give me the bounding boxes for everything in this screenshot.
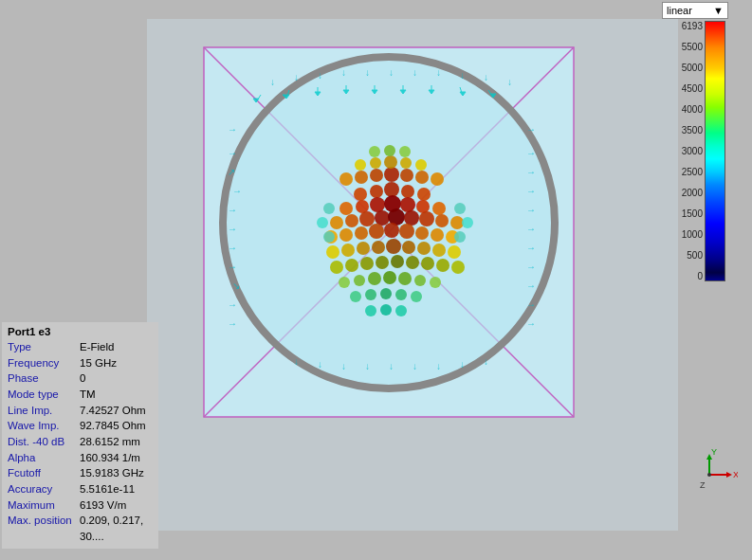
svg-point-77 <box>398 272 412 285</box>
svg-text:→: → <box>526 205 536 215</box>
svg-point-47 <box>339 228 353 242</box>
svg-point-103 <box>317 217 328 228</box>
svg-point-88 <box>339 172 353 186</box>
svg-text:↓: ↓ <box>270 77 275 87</box>
info-key: Maximum <box>8 497 76 514</box>
svg-point-66 <box>360 257 374 270</box>
svg-point-40 <box>375 210 390 226</box>
svg-point-85 <box>365 305 376 316</box>
svg-point-86 <box>380 304 392 316</box>
svg-text:↘: ↘ <box>232 280 240 291</box>
svg-point-70 <box>421 257 434 270</box>
svg-point-37 <box>330 216 343 229</box>
scale-label: 3500 <box>665 125 703 135</box>
svg-point-61 <box>417 242 431 255</box>
svg-text:↓: ↓ <box>460 359 465 370</box>
info-row: TypeE-Field <box>8 339 153 355</box>
svg-point-91 <box>384 167 399 182</box>
scale-dropdown[interactable]: linear ▼ <box>662 2 728 19</box>
svg-text:→: → <box>228 318 237 329</box>
svg-point-87 <box>395 305 407 316</box>
info-value: 160.934 1/m <box>80 450 140 466</box>
info-value: 7.42527 Ohm <box>80 403 146 419</box>
svg-text:↓: ↓ <box>484 356 488 367</box>
svg-point-60 <box>402 241 415 254</box>
info-row: Alpha160.934 1/m <box>8 450 153 466</box>
svg-point-79 <box>430 277 441 288</box>
svg-point-107 <box>323 231 335 243</box>
info-row: Mode typeTM <box>8 387 153 403</box>
scale-label: 4000 <box>665 104 703 115</box>
svg-text:→: → <box>228 205 237 215</box>
svg-point-31 <box>356 200 369 213</box>
svg-point-100 <box>369 146 380 157</box>
scale-label: 5000 <box>665 63 703 73</box>
svg-point-48 <box>355 226 368 240</box>
info-key: Dist. -40 dB <box>8 434 76 450</box>
svg-point-45 <box>450 216 464 229</box>
info-value: 15 GHz <box>80 355 117 371</box>
svg-point-26 <box>370 185 383 198</box>
scale-label: 500 <box>665 250 703 261</box>
svg-point-49 <box>369 224 384 239</box>
scale-label: 4500 <box>665 83 703 94</box>
svg-marker-155 <box>726 472 732 478</box>
svg-point-97 <box>384 155 397 169</box>
svg-point-58 <box>372 241 385 254</box>
info-value: 5.5161e-11 <box>80 481 135 497</box>
svg-text:→: → <box>526 167 536 177</box>
svg-point-73 <box>339 277 350 288</box>
svg-text:↓: ↓ <box>413 67 417 78</box>
info-value: TM <box>80 387 96 403</box>
svg-point-52 <box>415 226 429 240</box>
svg-point-38 <box>345 214 358 227</box>
svg-point-50 <box>384 223 399 238</box>
svg-text:↓: ↓ <box>318 359 322 370</box>
info-key: Phase <box>8 370 76 387</box>
svg-text:↓: ↓ <box>389 361 394 371</box>
svg-text:↓: ↓ <box>341 361 346 371</box>
svg-text:→: → <box>228 224 237 234</box>
svg-text:Z: Z <box>700 480 706 490</box>
svg-point-39 <box>359 211 375 226</box>
info-row: Max. position0.209, 0.217, 30.... <box>8 513 153 544</box>
svg-point-74 <box>354 275 365 286</box>
svg-point-93 <box>415 171 429 184</box>
info-value: 92.7845 Ohm <box>80 418 146 434</box>
info-key: Mode type <box>8 387 76 403</box>
scale-label: 5500 <box>665 42 703 52</box>
svg-point-102 <box>399 146 411 157</box>
info-key: Frequency <box>8 355 76 371</box>
info-key: Max. position <box>8 513 76 544</box>
svg-point-104 <box>462 217 473 228</box>
svg-point-29 <box>417 188 431 201</box>
svg-text:↓: ↓ <box>365 67 370 78</box>
svg-point-101 <box>384 145 395 156</box>
scale-labels: 6193550050004500400035003000250020001500… <box>665 21 703 281</box>
svg-point-67 <box>376 256 389 269</box>
info-key: Fcutoff <box>8 465 76 481</box>
svg-text:↓: ↓ <box>318 70 322 81</box>
svg-point-28 <box>401 185 414 198</box>
svg-text:→: → <box>232 186 242 196</box>
info-value: 15.9183 GHz <box>80 465 144 481</box>
info-row: Dist. -40 dB28.6152 mm <box>8 434 153 450</box>
svg-point-42 <box>404 210 419 226</box>
scale-dropdown-label: linear <box>667 5 692 16</box>
scale-label: 1000 <box>665 229 703 240</box>
svg-point-84 <box>411 291 422 302</box>
svg-point-68 <box>391 255 404 268</box>
svg-point-43 <box>419 211 434 226</box>
svg-point-56 <box>341 244 355 257</box>
svg-text:Y: Y <box>711 447 717 457</box>
simulation-view: → → ↗ → → → → → ↘ → → → → → → → → → → → … <box>147 19 678 531</box>
info-key: Accuracy <box>8 481 76 497</box>
info-key: Line Imp. <box>8 403 76 419</box>
info-row: Line Imp.7.42527 Ohm <box>8 403 153 419</box>
svg-point-105 <box>323 203 335 214</box>
info-value: E-Field <box>80 339 114 355</box>
svg-point-69 <box>406 256 419 269</box>
svg-point-57 <box>357 242 370 255</box>
info-value: 28.6152 mm <box>80 434 140 450</box>
svg-point-51 <box>399 224 414 239</box>
